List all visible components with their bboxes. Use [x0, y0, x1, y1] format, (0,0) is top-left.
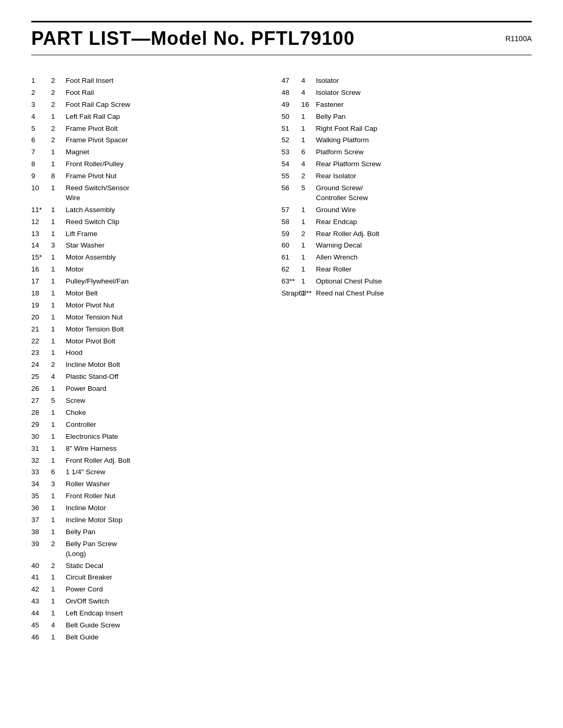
list-item: 181Motor Belt — [31, 289, 282, 299]
model-ref: R1100A — [505, 34, 532, 43]
part-quantity: 2 — [51, 88, 66, 98]
part-description: Power Cord — [66, 585, 282, 595]
part-number: 20 — [31, 313, 51, 323]
list-item: 321Front Roller Adj. Bolt — [31, 456, 282, 466]
list-item: 441Left Endcap Insert — [31, 609, 282, 619]
part-description: Incline Motor Bolt — [66, 360, 282, 370]
part-number: 56 — [282, 183, 301, 193]
part-number: 40 — [31, 561, 51, 571]
part-quantity: 1 — [51, 183, 66, 193]
part-description: Reed Switch Clip — [66, 217, 282, 227]
list-item: 231Hood — [31, 348, 282, 358]
part-description: Front Roller/Pulley — [66, 159, 282, 169]
list-item: 131Lift Frame — [31, 229, 282, 239]
part-number: 13 — [31, 229, 51, 239]
part-quantity: 1 — [51, 112, 66, 122]
part-quantity: 1 — [301, 217, 316, 227]
part-description: Motor Pivot Nut — [66, 301, 282, 311]
part-number: 63** — [282, 277, 301, 287]
part-number: 16 — [31, 265, 51, 275]
part-number: 32 — [31, 456, 51, 466]
part-description: Frame Pivot Spacer — [66, 135, 282, 145]
part-quantity: 1 — [51, 313, 66, 323]
part-number: 24 — [31, 360, 51, 370]
part-quantity: 1 — [51, 408, 66, 418]
list-item: 4916Fastener — [282, 100, 532, 110]
part-description: Fastener — [316, 100, 532, 110]
part-number: 12 — [31, 217, 51, 227]
list-item: 581Rear Endcap — [282, 217, 532, 227]
part-description: Foot Rail Insert — [66, 76, 282, 86]
part-description: Right Foot Rail Cap — [316, 124, 532, 134]
part-number: 17 — [31, 277, 51, 287]
list-item: 52Frame Pivot Bolt — [31, 124, 282, 134]
part-quantity: 1 — [51, 597, 66, 607]
list-item: 242Incline Motor Bolt — [31, 360, 282, 370]
part-description: Rear Roller Adj. Bolt — [316, 229, 532, 239]
list-item: 22Foot Rail — [31, 88, 282, 98]
part-description: Belly Pan — [316, 112, 532, 122]
part-quantity: 2 — [51, 360, 66, 370]
part-number: 28 — [31, 408, 51, 418]
list-item: 381Belly Pan — [31, 527, 282, 537]
part-description: Circuit Breaker — [66, 573, 282, 583]
list-item: 351Front Roller Nut — [31, 491, 282, 501]
right-column: 474Isolator484Isolator Screw4916Fastener… — [282, 76, 532, 645]
part-quantity: 1 — [301, 277, 316, 287]
part-number: 33 — [31, 467, 51, 477]
part-number: 48 — [282, 88, 301, 98]
list-item: 63**1Optional Chest Pulse — [282, 277, 532, 287]
list-item: 592Rear Roller Adj. Bolt — [282, 229, 532, 239]
part-number: 57 — [282, 205, 301, 215]
part-quantity: 5 — [51, 396, 66, 406]
part-description: Rear Endcap — [316, 217, 532, 227]
list-item: 454Belt Guide Screw — [31, 621, 282, 631]
list-item: 161Motor — [31, 265, 282, 275]
list-item: 121Reed Switch Clip — [31, 217, 282, 227]
part-description: Lift Frame — [66, 229, 282, 239]
list-item: 101Reed Switch/SensorWire — [31, 183, 282, 203]
part-description: 8" Wire Harness — [66, 444, 282, 454]
part-number: 43 — [31, 597, 51, 607]
part-number: 22 — [31, 337, 51, 347]
list-item: 343Roller Washer — [31, 479, 282, 489]
list-item: 431On/Off Switch — [31, 597, 282, 607]
list-item: 12Foot Rail Insert — [31, 76, 282, 86]
part-description: Allen Wrench — [316, 253, 532, 263]
part-description: Screw — [66, 396, 282, 406]
part-number: 25 — [31, 372, 51, 382]
part-quantity: 1 — [51, 253, 66, 263]
part-number: 21 — [31, 325, 51, 335]
part-number: 50 — [282, 112, 301, 122]
part-description: Static Decal — [66, 561, 282, 571]
list-item: 392Belly Pan Screw(Long) — [31, 539, 282, 559]
part-number: 62 — [282, 265, 301, 275]
list-item: 291Controller — [31, 420, 282, 430]
part-quantity: 1 — [51, 159, 66, 169]
part-description: Rear Roller — [316, 265, 532, 275]
part-description: Rear Platform Screw — [316, 159, 532, 169]
part-number: 37 — [31, 515, 51, 525]
part-quantity: 2 — [51, 124, 66, 134]
part-description: Choke — [66, 408, 282, 418]
part-description: Power Board — [66, 384, 282, 394]
part-number: 45 — [31, 621, 51, 631]
part-number: 23 — [31, 348, 51, 358]
list-item: 191Motor Pivot Nut — [31, 301, 282, 311]
list-item: 552Rear Isolator — [282, 171, 532, 181]
part-number: 9 — [31, 171, 51, 181]
part-number: 30 — [31, 432, 51, 442]
list-item: 254Plastic Stand-Off — [31, 372, 282, 382]
left-column: 12Foot Rail Insert22Foot Rail32Foot Rail… — [31, 76, 282, 645]
part-description: Pulley/Flywheel/Fan — [66, 277, 282, 287]
part-description: Latch Assembly — [66, 205, 282, 215]
part-quantity: 1 — [51, 527, 66, 537]
part-description: Front Roller Adj. Bolt — [66, 456, 282, 466]
part-quantity: 16 — [301, 100, 316, 110]
list-item: 621Rear Roller — [282, 265, 532, 275]
part-description: Rear Isolator — [316, 171, 532, 181]
part-description: Isolator Screw — [316, 88, 532, 98]
part-number: 31 — [31, 444, 51, 454]
part-description: Left Fait Rail Cap — [66, 112, 282, 122]
part-quantity: 1 — [51, 348, 66, 358]
